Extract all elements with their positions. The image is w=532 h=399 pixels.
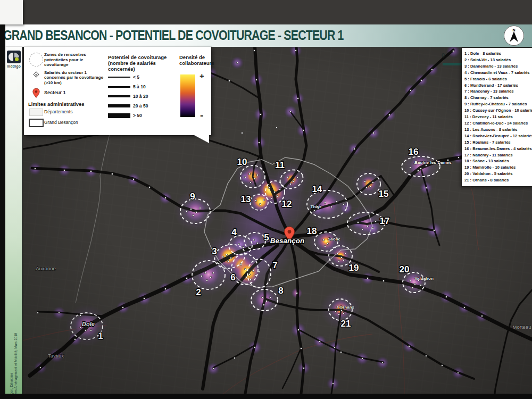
zone-ellipse-9 — [180, 199, 210, 223]
salarie-dot — [458, 156, 459, 158]
potentiel-line-sample — [108, 104, 130, 108]
zone-list-item: 10 : Cussey-sur-l'Ognon - 10 salariés — [464, 107, 530, 114]
zone-number-2: 2 — [196, 287, 201, 297]
zone-number-7: 7 — [272, 260, 277, 270]
zone-list-item: 3 : Dannemarie - 13 salariés — [464, 63, 530, 70]
zone-list-item: 2 : Saint-Vit - 13 salariés — [464, 57, 530, 63]
salarie-dot — [241, 132, 243, 134]
salarie-dot — [234, 357, 235, 359]
legend-zones-label: Zones de rencontres potentielles pour le… — [44, 52, 108, 68]
salarie-dot — [297, 97, 298, 99]
salarie-dot — [258, 142, 260, 143]
zone-number-21: 21 — [341, 319, 351, 329]
potentiel-class-label: 10 à 20 — [133, 94, 148, 99]
salarie-dot — [289, 111, 291, 112]
salarie-dot — [295, 49, 296, 51]
source-line: Source : ODM Grand Besançon, Drivetime — [10, 330, 14, 399]
salarie-dot — [353, 148, 355, 149]
svg-text:N: N — [512, 28, 515, 32]
zone-list-item: 12 : Châtillon-le-Duc - 24 salariés — [464, 120, 530, 127]
salarie-point-icon — [33, 71, 39, 77]
salarie-dot — [463, 306, 465, 308]
salarie-dot — [425, 187, 427, 188]
zone-number-13: 13 — [241, 194, 251, 204]
left-frame-edge — [0, 24, 5, 399]
zone-list-item: 13 : Les Auxons - 8 salariés — [464, 127, 530, 133]
potentiel-line-sample — [108, 86, 130, 88]
place-label: Saône — [328, 237, 341, 242]
top-frame-bar — [0, 0, 532, 24]
zone-list-item: 7 : Rancenay - 13 salariés — [464, 88, 530, 95]
zone-list-item: 20 : Valdahon - 5 salariés — [464, 171, 530, 177]
legend-potentiel-subtitle: (nombre de salariés concernés) — [108, 60, 177, 72]
salarie-dot — [164, 197, 166, 198]
salarie-dot — [143, 297, 145, 299]
legend-densite-title: Densité de collaborateurs — [179, 54, 209, 66]
zones-list-panel: 1 : Dole - 8 salariés2 : Saint-Vit - 13 … — [462, 48, 532, 186]
salarie-dot — [381, 362, 383, 363]
zone-number-17: 17 — [380, 216, 390, 226]
salarie-dot — [340, 351, 342, 353]
salarie-dot — [164, 288, 166, 289]
salarie-dot — [302, 129, 304, 131]
legend-panel: Zones de rencontres potentielles pour le… — [24, 47, 211, 135]
salarie-dot — [334, 346, 335, 348]
salarie-dot — [228, 80, 230, 81]
potentiel-class-label: > 50 — [133, 113, 142, 118]
zone-list-item: 8 : Charnay - 7 salariés — [464, 95, 530, 101]
legend-admin-title: Limites administratives — [28, 101, 108, 107]
place-label: Besançon — [270, 237, 305, 245]
zone-circle-icon — [29, 53, 43, 66]
zone-number-1: 1 — [98, 331, 103, 341]
logo-dot — [15, 57, 19, 61]
place-label: Ornans — [339, 305, 355, 310]
place-label: Morteau — [513, 324, 531, 330]
salarie-dot — [361, 358, 363, 359]
place-label: Auxonne — [36, 265, 56, 271]
potentiel-line-sample — [108, 77, 130, 78]
scale-start-label: 0 — [442, 52, 445, 59]
title-bar: GRAND BESANCON - POTENTIEL DE COVOITURAG… — [0, 24, 532, 47]
departements-swatch — [29, 109, 43, 116]
potentiel-class-row: 10 à 20 — [108, 92, 177, 101]
zone-number-9: 9 — [190, 192, 195, 202]
map-report-page: GRAND BESANCON - POTENTIEL DE COVOITURAG… — [0, 0, 532, 399]
inddigo-logo-icon — [7, 51, 21, 63]
zone-list-item: 17 : Nancray - 11 salariés — [464, 152, 530, 159]
salarie-dot — [236, 62, 238, 63]
source-line: Réalisation : Inddigo, Territoires Aména… — [14, 330, 18, 399]
potentiel-class-row: > 50 — [108, 111, 177, 120]
zone-number-4: 4 — [231, 227, 237, 237]
salarie-dot — [420, 79, 422, 81]
salarie-dot — [122, 306, 123, 308]
salarie-dot — [90, 170, 92, 172]
zone-list-item: 6 : Montferrand - 17 salariés — [464, 82, 530, 89]
salarie-dot — [303, 367, 304, 369]
zone-number-12: 12 — [282, 199, 292, 209]
salarie-dot — [39, 367, 41, 368]
salarie-dot — [276, 127, 277, 128]
zone-ellipse-5 — [244, 232, 265, 250]
zone-ellipse-13 — [250, 194, 268, 210]
salarie-dot — [74, 338, 76, 340]
salarie-dot — [254, 346, 255, 348]
zone-number-18: 18 — [307, 226, 317, 236]
potentiel-line-sample — [108, 113, 130, 118]
salarie-dot — [296, 292, 297, 294]
zone-list-item: 14 : Roche-lez-Beaupré - 12 salariés — [464, 133, 530, 139]
potentiel-class-row: < 5 — [108, 73, 177, 81]
potentiel-class-label: < 5 — [133, 74, 139, 80]
salarie-dot — [457, 372, 459, 373]
salarie-dot — [481, 315, 483, 317]
logo-shape — [9, 53, 13, 61]
zone-number-16: 16 — [409, 147, 419, 157]
left-sidebar: inddigo Source : ODM Grand Besançon, Dri… — [5, 47, 22, 394]
zone-ellipse-17 — [347, 212, 385, 235]
zone-list-item: 18 : Saône - 13 salariés — [464, 158, 530, 164]
zone-number-3: 3 — [212, 246, 217, 256]
zone-number-11: 11 — [275, 160, 285, 170]
potentiel-line-sample — [108, 95, 130, 98]
place-label: Dole — [82, 321, 95, 327]
salarie-dot — [297, 329, 299, 330]
salarie-dot — [431, 69, 433, 70]
